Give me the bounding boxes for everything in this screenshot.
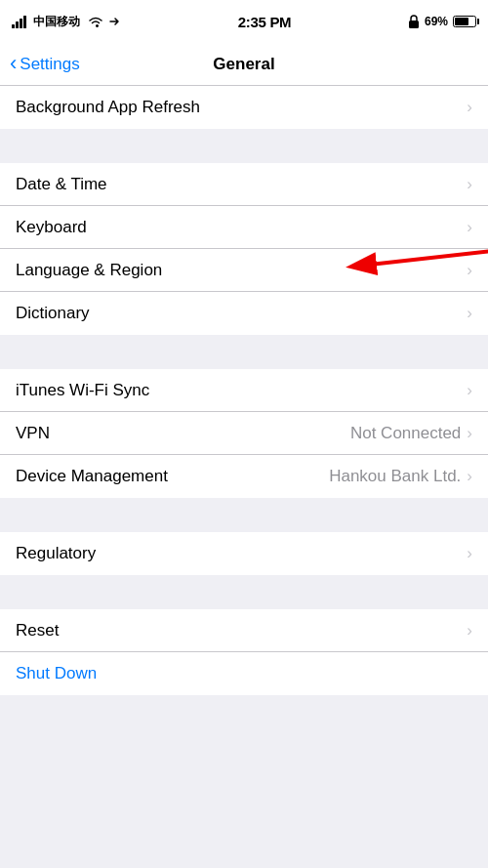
svg-rect-1 (16, 21, 19, 28)
vpn-status: Not Connected (350, 424, 461, 443)
list-item-device-management[interactable]: Device Management Hankou Bank Ltd. › (0, 455, 488, 498)
page-title: General (213, 55, 274, 74)
item-right: Not Connected › (350, 424, 472, 443)
status-bar: 中国移动 2:35 PM 69% (0, 0, 488, 43)
item-label: iTunes Wi-Fi Sync (16, 381, 149, 400)
chevron-icon: › (467, 175, 472, 194)
section-spacer-2 (0, 335, 488, 369)
chevron-icon: › (467, 261, 472, 280)
lock-icon (408, 15, 420, 28)
signal-icon (12, 16, 29, 28)
status-right: 69% (408, 15, 476, 28)
device-management-value: Hankou Bank Ltd. (329, 467, 461, 486)
item-label: Dictionary (16, 304, 90, 323)
section-spacer-1 (0, 129, 488, 163)
chevron-icon: › (467, 98, 472, 117)
chevron-icon: › (467, 304, 472, 323)
list-item-date-time[interactable]: Date & Time › (0, 163, 488, 206)
svg-rect-4 (409, 21, 419, 28)
section-top-partial: Background App Refresh › (0, 86, 488, 129)
nav-bar: ‹ Settings General (0, 43, 488, 86)
chevron-icon: › (467, 424, 472, 443)
chevron-icon: › (467, 467, 472, 486)
section-group1: Date & Time › Keyboard › Language & Regi… (0, 163, 488, 335)
section-group4: Reset › Shut Down (0, 609, 488, 695)
list-item-itunes-wifi[interactable]: iTunes Wi-Fi Sync › (0, 369, 488, 412)
item-label: Device Management (16, 467, 168, 486)
back-button[interactable]: ‹ Settings (10, 52, 80, 76)
svg-rect-3 (23, 16, 26, 28)
section-spacer-4 (0, 575, 488, 609)
chevron-icon: › (467, 381, 472, 400)
status-time: 2:35 PM (238, 14, 292, 30)
section-group2: iTunes Wi-Fi Sync › VPN Not Connected › … (0, 369, 488, 498)
item-right: › (467, 175, 472, 194)
carrier-label: 中国移动 (33, 14, 80, 30)
bottom-spacer (0, 695, 488, 734)
item-label: Keyboard (16, 218, 87, 237)
list-item-vpn[interactable]: VPN Not Connected › (0, 412, 488, 455)
item-right: › (467, 98, 472, 117)
item-right: › (467, 381, 472, 400)
list-item-keyboard[interactable]: Keyboard › (0, 206, 488, 249)
arrow-icon (107, 15, 121, 28)
svg-rect-0 (12, 24, 15, 28)
svg-rect-2 (20, 19, 22, 28)
list-item-dictionary[interactable]: Dictionary › (0, 292, 488, 335)
section-group3: Regulatory › (0, 532, 488, 575)
item-right: Hankou Bank Ltd. › (329, 467, 472, 486)
status-left: 中国移动 (12, 14, 121, 30)
list-item-background-refresh[interactable]: Background App Refresh › (0, 86, 488, 129)
item-right: › (467, 261, 472, 280)
item-label: VPN (16, 424, 50, 443)
list-item-shutdown[interactable]: Shut Down (0, 652, 488, 695)
chevron-icon: › (467, 544, 472, 563)
list-item-language-region[interactable]: Language & Region › (0, 249, 488, 292)
list-item-regulatory[interactable]: Regulatory › (0, 532, 488, 575)
section-spacer-3 (0, 498, 488, 532)
wifi-icon (88, 16, 103, 28)
item-right: › (467, 304, 472, 323)
item-right: › (467, 218, 472, 237)
chevron-icon: › (467, 621, 472, 641)
item-label: Background App Refresh (16, 98, 200, 117)
item-label: Reset (16, 621, 59, 641)
item-right: › (467, 621, 472, 641)
chevron-icon: › (467, 218, 472, 237)
item-label: Shut Down (16, 664, 97, 683)
back-label: Settings (20, 55, 79, 74)
item-label: Regulatory (16, 544, 96, 563)
item-label: Date & Time (16, 175, 107, 194)
item-label: Language & Region (16, 261, 162, 280)
battery-icon (453, 16, 476, 27)
back-chevron-icon: ‹ (10, 51, 17, 76)
item-right: › (467, 544, 472, 563)
list-item-reset[interactable]: Reset › (0, 609, 488, 652)
battery-percent: 69% (425, 15, 448, 28)
